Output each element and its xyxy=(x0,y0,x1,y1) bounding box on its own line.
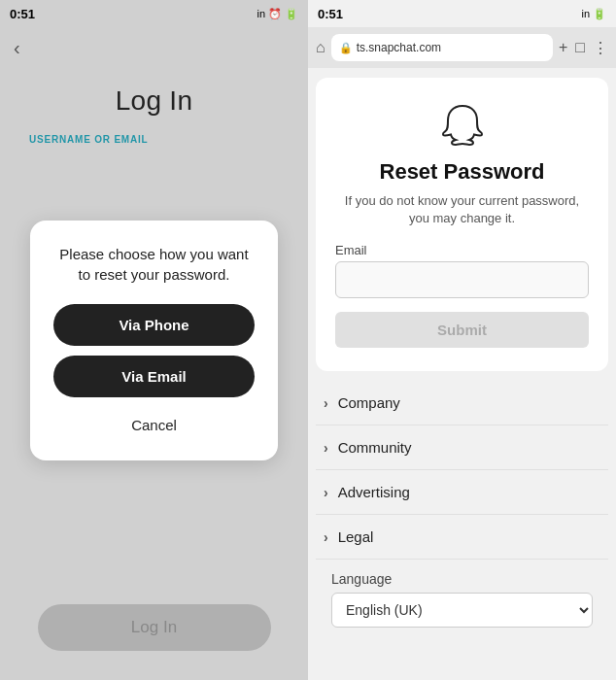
legal-link[interactable]: › Legal xyxy=(316,515,608,560)
submit-button[interactable]: Submit xyxy=(335,312,589,348)
email-label: Email xyxy=(335,243,367,257)
chevron-right-icon: › xyxy=(324,485,328,500)
time-right: 0:51 xyxy=(318,7,343,21)
modal-text: Please choose how you want to reset your… xyxy=(53,244,255,285)
via-phone-button[interactable]: Via Phone xyxy=(53,304,255,346)
chevron-right-icon: › xyxy=(324,529,328,545)
right-panel: 0:51 in 🔋 ⌂ 🔒 ts.snapchat.com + □ ⋮ Rese… xyxy=(308,0,616,680)
chevron-right-icon: › xyxy=(324,440,328,456)
via-email-button[interactable]: Via Email xyxy=(53,356,255,397)
company-label: Company xyxy=(338,394,400,411)
reset-password-modal: Please choose how you want to reset your… xyxy=(30,221,278,460)
tabs-icon[interactable]: □ xyxy=(575,39,585,56)
language-title: Language xyxy=(331,571,593,587)
footer-links: › Company › Community › Advertising › Le… xyxy=(308,381,616,639)
language-section: Language English (UK) xyxy=(316,560,608,639)
community-label: Community xyxy=(338,439,412,456)
battery-icon-right: 🔋 xyxy=(593,8,606,20)
lock-icon: 🔒 xyxy=(339,42,353,54)
browser-actions: + □ ⋮ xyxy=(559,39,608,57)
reset-password-card: Reset Password If you do not know your c… xyxy=(316,78,608,371)
reset-title: Reset Password xyxy=(380,159,545,185)
left-panel: 0:51 in ⏰ 🔋 ‹ Log In USERNAME OR EMAIL P… xyxy=(0,0,308,680)
advertising-link[interactable]: › Advertising xyxy=(316,470,608,515)
status-bar-right: 0:51 in 🔋 xyxy=(308,0,616,27)
web-content: Reset Password If you do not know your c… xyxy=(308,68,616,680)
company-link[interactable]: › Company xyxy=(316,381,608,425)
language-select[interactable]: English (UK) xyxy=(331,593,593,628)
advertising-label: Advertising xyxy=(338,484,410,500)
status-icons-right: in 🔋 xyxy=(581,8,606,20)
legal-label: Legal xyxy=(338,528,374,545)
snapchat-ghost-icon xyxy=(438,101,487,150)
url-text: ts.snapchat.com xyxy=(357,41,441,54)
chevron-right-icon: › xyxy=(324,395,328,411)
browser-bar: ⌂ 🔒 ts.snapchat.com + □ ⋮ xyxy=(308,27,616,68)
reset-subtitle: If you do not know your current password… xyxy=(335,192,589,227)
menu-icon[interactable]: ⋮ xyxy=(593,39,608,57)
home-icon[interactable]: ⌂ xyxy=(316,39,325,56)
email-input[interactable] xyxy=(335,261,589,298)
linkedin-icon-right: in xyxy=(581,8,590,19)
modal-overlay: Please choose how you want to reset your… xyxy=(0,0,308,680)
cancel-button[interactable]: Cancel xyxy=(123,409,185,441)
add-tab-icon[interactable]: + xyxy=(559,39,567,56)
community-link[interactable]: › Community xyxy=(316,425,608,470)
login-bottom-button[interactable]: Log In xyxy=(38,604,271,651)
url-bar[interactable]: 🔒 ts.snapchat.com xyxy=(331,34,553,61)
